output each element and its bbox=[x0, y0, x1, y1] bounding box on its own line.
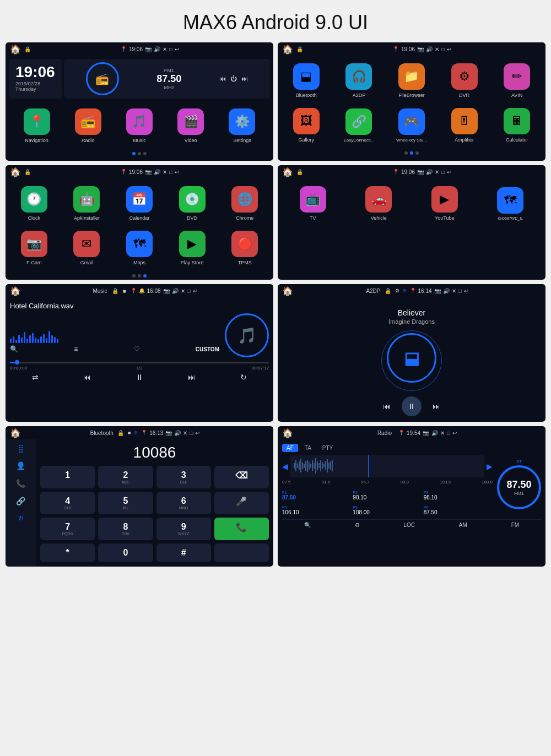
wave-bar-4 bbox=[18, 335, 20, 343]
repeat-btn[interactable]: ↻ bbox=[240, 373, 247, 382]
radio-search-btn[interactable]: 🔍 bbox=[304, 522, 311, 528]
fbl20 bbox=[325, 461, 326, 470]
tab-pty[interactable]: PTY bbox=[318, 444, 337, 452]
a2dp-play-btn[interactable]: ⏸ bbox=[402, 396, 422, 416]
app-youtube[interactable]: ▶ YouTube bbox=[413, 182, 477, 224]
app-amplifier[interactable]: 🎚 Amplifier bbox=[439, 104, 490, 146]
tab-af[interactable]: AF bbox=[282, 444, 298, 452]
app-gallery[interactable]: 🖼 Gallery bbox=[281, 104, 332, 146]
app-gmail[interactable]: ✉ Gmail bbox=[62, 226, 112, 269]
app-filebrowser[interactable]: 📁 FileBrowser bbox=[386, 59, 437, 101]
fbl21 bbox=[327, 459, 328, 472]
sidebar-bt-icon[interactable]: 𝔅 bbox=[18, 514, 23, 522]
preset-p6[interactable]: P6 87.50 bbox=[424, 504, 493, 517]
apps2-grid: 🕐 Clock 🤖 ApkInstaller 📅 Calendar 💿 DVD … bbox=[6, 178, 273, 272]
app-avin[interactable]: ✏ AVIN bbox=[491, 59, 542, 101]
app-bluetooth[interactable]: ⬓ Bluetooth bbox=[281, 59, 332, 101]
sidebar-dialpad-icon[interactable]: ⣿ bbox=[18, 444, 24, 453]
home-icon[interactable]: 🏠 bbox=[10, 44, 21, 55]
sidebar-link-icon[interactable]: 🔗 bbox=[16, 497, 25, 505]
key-5[interactable]: 5JKL bbox=[98, 492, 153, 514]
key-2[interactable]: 2ABC bbox=[98, 466, 153, 488]
app-maps[interactable]: 🗺 Maps bbox=[114, 226, 165, 269]
app-wheelkey[interactable]: 🎮 Wheelkey Stu... bbox=[386, 104, 437, 146]
key-3[interactable]: 3DEF bbox=[156, 466, 211, 488]
app-clock[interactable]: 🕐 Clock bbox=[9, 182, 60, 224]
home-icon-2[interactable]: 🏠 bbox=[282, 44, 293, 55]
sidebar-contacts-icon[interactable]: 👤 bbox=[16, 461, 25, 470]
preset-p2[interactable]: P2 90.10 bbox=[353, 489, 422, 502]
app-easyconnect[interactable]: 🔗 EasyConnecti... bbox=[334, 104, 385, 146]
key-4[interactable]: 4GHI bbox=[40, 492, 95, 514]
app-vehicle[interactable]: 🚗 Vehicle bbox=[347, 182, 411, 224]
app-dvr[interactable]: ⚙ DVR bbox=[439, 59, 490, 101]
key-star[interactable]: * bbox=[40, 543, 95, 562]
prev-btn[interactable]: ⏮ bbox=[83, 373, 91, 382]
freq-right-arrow[interactable]: ▶ bbox=[487, 462, 493, 471]
radio-loc-btn[interactable]: LOC bbox=[403, 522, 415, 528]
key-7[interactable]: 7PQRS bbox=[40, 518, 95, 540]
next-next-btn[interactable]: ⏭ bbox=[241, 75, 248, 83]
radio-screen-time: 19:54 bbox=[407, 430, 420, 436]
app-calculator[interactable]: 🖩 Calculator bbox=[491, 104, 542, 146]
app-igo[interactable]: 🗺 iGO687WD_IL bbox=[479, 182, 543, 224]
key-8[interactable]: 8TUV bbox=[98, 518, 153, 540]
a2dp-content: Believer Imagine Dragons ⬓ ⏮ ⏸ ⏭ bbox=[278, 297, 545, 422]
key-0[interactable]: 0 bbox=[98, 543, 153, 562]
preset-p4[interactable]: P4 106.10 bbox=[282, 504, 351, 517]
volume-icon: 🔊 bbox=[154, 46, 160, 52]
preset-p3[interactable]: P3 98.10 bbox=[424, 489, 493, 502]
key-6[interactable]: 6MNO bbox=[156, 492, 211, 514]
app-navigation[interactable]: 📍 Navigation bbox=[12, 104, 61, 146]
app-video[interactable]: 🎬 Video bbox=[166, 104, 215, 146]
app-tpms[interactable]: 🔴 TPMS bbox=[219, 226, 270, 269]
power-btn[interactable]: ⏻ bbox=[230, 75, 237, 83]
sidebar-calls-icon[interactable]: 📞 bbox=[16, 479, 25, 488]
app-a2dp[interactable]: 🎧 A2DP bbox=[334, 59, 385, 101]
preset-p5[interactable]: P5 108.00 bbox=[353, 504, 422, 517]
app-tv[interactable]: 📺 TV bbox=[281, 182, 345, 224]
home-radio-widget[interactable]: 📻 FM1 87.50 MHz ⏮ ⏻ ⏭ bbox=[64, 59, 270, 99]
preset-p1[interactable]: P1 87.50 bbox=[282, 489, 351, 502]
radio-fm-btn[interactable]: FM bbox=[511, 522, 519, 528]
pause-btn[interactable]: ⏸ bbox=[136, 373, 143, 382]
home-icon-4[interactable]: 🏠 bbox=[282, 167, 293, 177]
key-1[interactable]: 1 bbox=[40, 466, 95, 488]
next-btn[interactable]: ⏭ bbox=[188, 373, 196, 382]
camera-icon: 📷 bbox=[145, 46, 152, 52]
radio-am-btn[interactable]: AM bbox=[459, 522, 467, 528]
radio-scan-btn[interactable]: ♻ bbox=[355, 522, 360, 528]
tab-ta[interactable]: TA bbox=[300, 444, 316, 452]
favorite-btn[interactable]: ♡ bbox=[134, 345, 140, 353]
app-settings[interactable]: ⚙️ Settings bbox=[218, 104, 267, 146]
progress-bar[interactable] bbox=[10, 362, 269, 363]
search-music-btn[interactable]: 🔍 bbox=[10, 345, 18, 353]
app-apkinstaller[interactable]: 🤖 ApkInstaller bbox=[62, 182, 112, 224]
home-icon-8[interactable]: 🏠 bbox=[282, 428, 293, 438]
radio-back: ↩ bbox=[452, 430, 457, 436]
app-chrome[interactable]: 🌐 Chrome bbox=[219, 182, 270, 224]
app-radio[interactable]: 📻 Radio bbox=[63, 104, 112, 146]
key-del[interactable]: ⌫ bbox=[214, 466, 269, 488]
a2dp-next-btn[interactable]: ⏭ bbox=[433, 402, 440, 411]
app-dvd[interactable]: 💿 DVD bbox=[167, 182, 218, 224]
shuffle-btn[interactable]: ⇄ bbox=[32, 373, 39, 382]
home-icon-6[interactable]: 🏠 bbox=[282, 286, 293, 296]
home-icon-3[interactable]: 🏠 bbox=[10, 167, 21, 177]
a2dp-prev-btn[interactable]: ⏮ bbox=[383, 402, 391, 411]
app-music[interactable]: 🎵 Music bbox=[115, 104, 164, 146]
key-call[interactable]: 📞 bbox=[214, 518, 269, 540]
key-hash[interactable]: # bbox=[156, 543, 211, 562]
home-icon-7[interactable]: 🏠 bbox=[10, 428, 21, 438]
app-calendar[interactable]: 📅 Calendar bbox=[114, 182, 165, 224]
equalizer-btn[interactable]: ≡ bbox=[74, 345, 78, 353]
key-mic[interactable]: 🎤 bbox=[214, 492, 269, 514]
key-9[interactable]: 9WXYZ bbox=[156, 518, 211, 540]
freq-left-arrow[interactable]: ◀ bbox=[282, 462, 288, 471]
home-icon-5[interactable]: 🏠 bbox=[10, 286, 21, 296]
app-playstore[interactable]: ▶ Play Store bbox=[167, 226, 218, 269]
app-fcam[interactable]: 📷 F-Cam bbox=[9, 226, 60, 269]
prev-prev-btn[interactable]: ⏮ bbox=[219, 75, 226, 83]
freq-display bbox=[290, 455, 484, 477]
dot-b2 bbox=[138, 274, 141, 278]
